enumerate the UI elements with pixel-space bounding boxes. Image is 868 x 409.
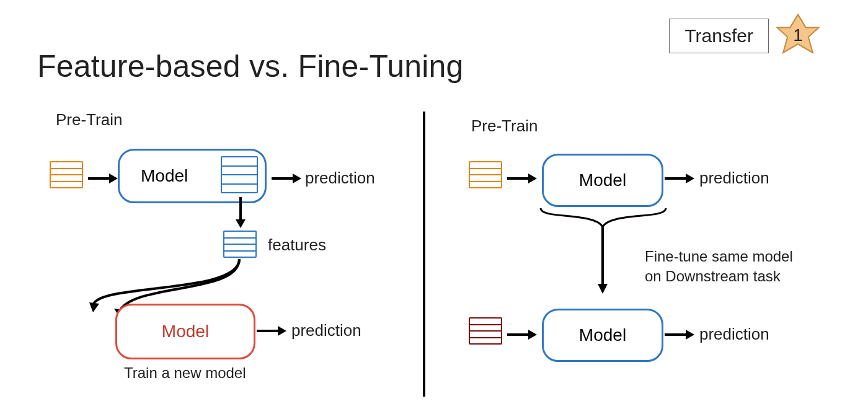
right-model-top: Model [542, 154, 663, 207]
left-model-top-label: Model [141, 166, 188, 186]
arrow-left-down-to-features [234, 197, 247, 231]
svg-marker-18 [528, 330, 537, 340]
svg-marker-4 [293, 174, 301, 183]
arrow-right-input-to-model-top [507, 172, 537, 187]
left-input-stack-icon [50, 161, 83, 188]
right-model-bottom-label: Model [579, 325, 626, 345]
left-model-bottom-label: Model [162, 322, 209, 341]
arrow-right-input-to-model-bottom [507, 328, 537, 343]
arrow-right-model-to-pred-top [665, 172, 694, 187]
slide-title: Feature-based vs. Fine-Tuning [37, 48, 464, 84]
left-model-bottom: Model [115, 304, 255, 359]
right-prediction-bottom-label: prediction [699, 325, 769, 344]
svg-marker-2 [109, 174, 118, 183]
svg-marker-12 [528, 174, 537, 183]
left-heading: Pre-Train [56, 110, 122, 130]
right-model-top-label: Model [579, 170, 626, 190]
left-prediction-top-label: prediction [305, 169, 375, 188]
right-annotation-line2: on Downstream task [645, 268, 781, 284]
right-model-bottom: Model [542, 309, 663, 362]
right-heading: Pre-Train [471, 117, 538, 136]
arrow-right-model-to-pred-bottom [665, 328, 694, 343]
right-input-stack-top-icon [469, 161, 502, 188]
left-features-stack-icon [223, 231, 257, 258]
left-internal-features-icon [221, 156, 258, 193]
right-input-stack-bottom-icon [469, 317, 502, 345]
svg-marker-10 [278, 326, 286, 336]
right-annotation: Fine-tune same model on Downstream task [645, 247, 837, 287]
left-caption: Train a new model [124, 364, 246, 382]
arrow-left-model-to-pred [272, 172, 301, 187]
svg-marker-14 [686, 174, 694, 183]
svg-marker-7 [89, 302, 99, 312]
svg-marker-20 [686, 330, 694, 340]
step-number: 1 [776, 14, 820, 57]
arrow-left-bottom-to-pred [257, 325, 286, 340]
right-annotation-line1: Fine-tune same model [645, 248, 793, 265]
center-divider [423, 112, 425, 397]
arrow-right-finetune-down [596, 226, 609, 296]
step-star-badge: 1 [776, 14, 820, 57]
svg-marker-6 [236, 219, 246, 228]
transfer-tag: Transfer [669, 19, 769, 53]
left-features-label: features [268, 235, 326, 255]
right-prediction-top-label: prediction [699, 169, 769, 188]
left-prediction-bottom-label: prediction [291, 321, 361, 340]
arrow-left-input-to-model [88, 172, 118, 187]
svg-marker-16 [598, 284, 608, 294]
